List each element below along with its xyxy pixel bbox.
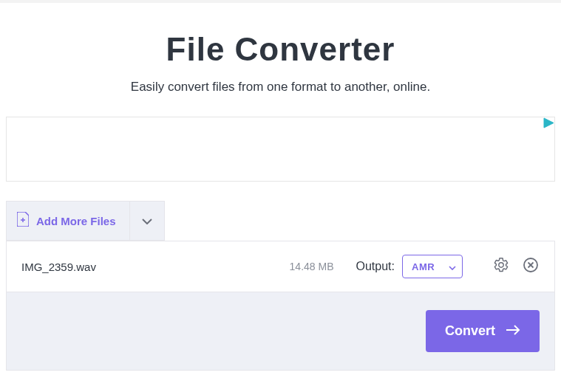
ad-placeholder: [6, 117, 555, 182]
chevron-down-icon: [142, 214, 152, 227]
close-circle-icon: [523, 257, 539, 276]
file-row: IMG_2359.wav 14.48 MB Output: AMR: [6, 241, 555, 292]
arrow-right-icon: [506, 323, 520, 339]
ad-info-badge[interactable]: [543, 117, 554, 128]
add-files-toolbar: Add More Files: [6, 201, 555, 241]
page-title: File Converter: [6, 31, 555, 68]
remove-file-button[interactable]: [522, 258, 540, 275]
add-more-files-label: Add More Files: [36, 215, 116, 227]
main-container: File Converter Easily convert files from…: [0, 31, 561, 371]
add-file-icon: [17, 212, 29, 230]
convert-button-label: Convert: [445, 323, 495, 339]
file-size: 14.48 MB: [290, 261, 334, 272]
convert-button[interactable]: Convert: [426, 310, 540, 352]
chevron-down-icon: [449, 260, 456, 273]
top-separator: [0, 0, 561, 3]
output-format-value: AMR: [412, 261, 435, 272]
output-label: Output:: [356, 260, 395, 273]
output-format-select[interactable]: AMR: [402, 255, 463, 278]
add-more-files-button[interactable]: Add More Files: [6, 201, 129, 241]
svg-marker-0: [544, 118, 554, 128]
settings-button[interactable]: [491, 256, 511, 277]
footer-actions: Convert: [6, 292, 555, 371]
file-name: IMG_2359.wav: [21, 261, 290, 273]
page-subtitle: Easily convert files from one format to …: [6, 80, 555, 94]
add-more-dropdown-button[interactable]: [129, 201, 165, 241]
gear-icon: [493, 257, 509, 276]
